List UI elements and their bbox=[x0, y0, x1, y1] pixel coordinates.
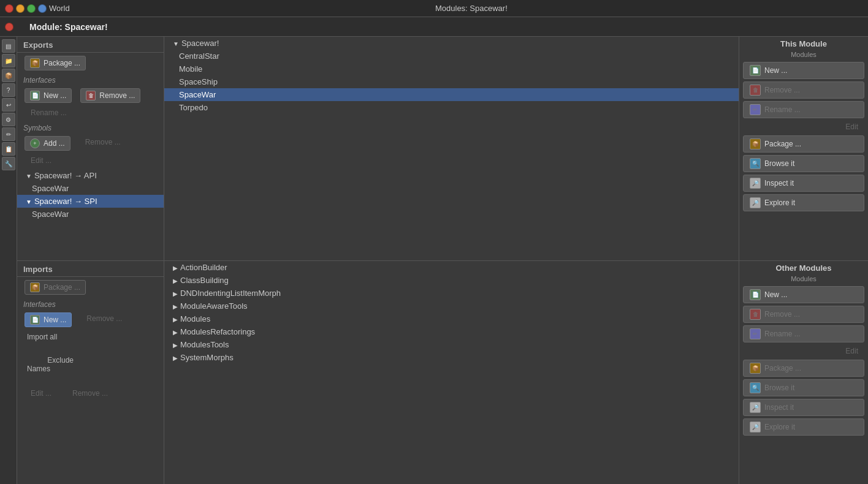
this-rename-icon: ✏ bbox=[750, 104, 761, 115]
tree-systemmorphs[interactable]: ▶SystemMorphs bbox=[164, 351, 739, 364]
tree-item-spacewar-api[interactable]: SpaceWar bbox=[17, 182, 164, 195]
edit-symbols-btn[interactable]: Edit ... bbox=[25, 154, 58, 167]
other-modules-tree: ▶ActionBuilder ▶ClassBuilding ▶DNDIndent… bbox=[164, 261, 739, 485]
new-exports-btn[interactable]: 📄 New ... bbox=[25, 88, 72, 103]
this-inspect-btn[interactable]: 🔎 Inspect it bbox=[743, 175, 864, 192]
content-area: Exports 📦 Package ... Interfaces 📄 New .… bbox=[17, 37, 868, 484]
other-module-modules-label: Modules bbox=[739, 275, 868, 285]
this-browse-btn[interactable]: 🔍 Browse it bbox=[743, 155, 864, 172]
min-btn[interactable] bbox=[16, 4, 25, 13]
other-rename-icon: ✏ bbox=[750, 328, 761, 339]
middle-panel: ▼Spacewar! CentralStar Mobile SpaceShip … bbox=[164, 37, 739, 484]
sidebar-icon-5[interactable]: ↩ bbox=[2, 98, 15, 112]
new-file-icon: 📄 bbox=[30, 91, 40, 100]
this-new-btn[interactable]: 📄 New ... bbox=[743, 62, 864, 79]
other-edit-btn[interactable]: Edit bbox=[743, 345, 864, 357]
add-icon: + bbox=[30, 138, 40, 148]
sidebar-icon-4[interactable]: ? bbox=[2, 83, 15, 97]
tree-mobile[interactable]: Mobile bbox=[164, 62, 739, 75]
sidebar-icon-2[interactable]: 📁 bbox=[2, 54, 15, 67]
sidebar-icon-3[interactable]: 📦 bbox=[2, 69, 15, 82]
sidebar-icon-1[interactable]: ▤ bbox=[2, 39, 15, 53]
extra-btn[interactable] bbox=[38, 4, 47, 13]
max-btn[interactable] bbox=[27, 4, 36, 13]
remove-symbols-btn[interactable]: Remove ... bbox=[79, 136, 127, 151]
this-rename-btn[interactable]: ✏ Rename ... bbox=[743, 101, 864, 118]
world-label: World bbox=[49, 4, 70, 13]
tree-spacewar[interactable]: SpaceWar bbox=[164, 88, 739, 101]
new-imports-btn[interactable]: 📄 New ... bbox=[25, 312, 72, 327]
left-panel: Exports 📦 Package ... Interfaces 📄 New .… bbox=[17, 37, 164, 484]
this-browse-icon: 🔍 bbox=[750, 158, 761, 169]
other-package-btn[interactable]: 📦 Package ... bbox=[743, 360, 864, 377]
exports-tree: ▼Spacewar! → API SpaceWar ▼Spacewar! → S… bbox=[17, 169, 164, 260]
edit-imports-btn[interactable]: Edit ... bbox=[25, 387, 58, 399]
sidebar-icon-6[interactable]: ⚙ bbox=[2, 113, 15, 126]
other-module-title: Other Modules bbox=[739, 261, 868, 275]
this-module-title: This Module bbox=[739, 37, 868, 51]
world-section: World bbox=[5, 4, 70, 13]
this-explore-btn[interactable]: 🔎 Explore it bbox=[743, 194, 864, 211]
spacewar-root[interactable]: ▼Spacewar! bbox=[164, 37, 739, 50]
import-all-btn[interactable]: Import all bbox=[21, 331, 160, 343]
interfaces-label: Interfaces bbox=[17, 74, 164, 86]
other-remove-btn[interactable]: 🗑 Remove ... bbox=[743, 306, 864, 323]
tree-torpedo[interactable]: Torpedo bbox=[164, 101, 739, 114]
other-new-btn[interactable]: 📄 New ... bbox=[743, 286, 864, 303]
this-module-modules-label: Modules bbox=[739, 51, 868, 61]
this-edit-btn[interactable]: Edit bbox=[743, 121, 864, 133]
tree-item-spacewar-spi[interactable]: SpaceWar bbox=[17, 208, 164, 221]
tree-dndindenting[interactable]: ▶DNDIndentingListItemMorph bbox=[164, 287, 739, 300]
spacewar-tree: ▼Spacewar! CentralStar Mobile SpaceShip … bbox=[164, 37, 739, 260]
imports-header: Imports bbox=[17, 261, 164, 277]
title-bar: World Modules: Spacewar! bbox=[0, 0, 868, 17]
new-import-icon: 📄 bbox=[30, 315, 40, 325]
other-inspect-icon: 🔎 bbox=[750, 402, 761, 413]
sidebar-icon-9[interactable]: 🔧 bbox=[2, 157, 15, 170]
package-icon: 📦 bbox=[30, 58, 40, 68]
remove-imports-btn2[interactable]: Remove ... bbox=[66, 387, 114, 399]
this-new-icon: 📄 bbox=[750, 65, 761, 76]
this-package-btn[interactable]: 📦 Package ... bbox=[743, 135, 864, 153]
tree-actionbuilder[interactable]: ▶ActionBuilder bbox=[164, 261, 739, 274]
other-remove-icon: 🗑 bbox=[750, 309, 761, 320]
tree-classbuilding[interactable]: ▶ClassBuilding bbox=[164, 274, 739, 287]
remove-exports-btn[interactable]: 🗑 Remove ... bbox=[80, 88, 140, 103]
other-explore-btn[interactable]: 🔎 Explore it bbox=[743, 418, 864, 436]
tree-centralstar[interactable]: CentralStar bbox=[164, 50, 739, 62]
tree-moduleawaretools[interactable]: ▶ModuleAwareTools bbox=[164, 300, 739, 312]
rename-exports-btn[interactable]: Rename ... bbox=[25, 107, 73, 119]
pkg-import-icon: 📦 bbox=[30, 282, 40, 292]
other-inspect-btn[interactable]: 🔎 Inspect it bbox=[743, 399, 864, 416]
tree-spaceship[interactable]: SpaceShip bbox=[164, 75, 739, 88]
right-panel: This Module Modules 📄 New ... 🗑 Remove .… bbox=[739, 37, 868, 484]
other-new-icon: 📄 bbox=[750, 289, 761, 300]
remove-imports-btn[interactable]: Remove ... bbox=[80, 312, 128, 327]
module-close-btn[interactable] bbox=[5, 23, 13, 31]
other-rename-btn[interactable]: ✏ Rename ... bbox=[743, 325, 864, 342]
this-remove-btn[interactable]: 🗑 Remove ... bbox=[743, 81, 864, 99]
add-symbols-btn[interactable]: + Add ... bbox=[25, 136, 70, 151]
exports-header: Exports bbox=[17, 37, 164, 53]
sidebar-icon-7[interactable]: ✏ bbox=[2, 127, 15, 141]
package-imports-btn[interactable]: 📦 Package ... bbox=[25, 280, 86, 295]
close-btn[interactable] bbox=[5, 4, 13, 13]
interfaces-import-label: Interfaces bbox=[17, 298, 164, 310]
sidebar-icon-8[interactable]: 📋 bbox=[2, 142, 15, 156]
module-bar-title: Module: Spacewar! bbox=[29, 22, 108, 32]
other-explore-icon: 🔎 bbox=[750, 422, 761, 433]
tree-modules[interactable]: ▶Modules bbox=[164, 312, 739, 325]
modules-title: Modules: Spacewar! bbox=[80, 4, 863, 13]
tree-modulestools[interactable]: ▶ModulesTools bbox=[164, 338, 739, 351]
this-explore-icon: 🔎 bbox=[750, 197, 761, 208]
this-package-icon: 📦 bbox=[750, 138, 761, 149]
exclude-names-btn[interactable]: Exclude Names bbox=[21, 346, 160, 384]
other-browse-btn[interactable]: 🔍 Browse it bbox=[743, 379, 864, 396]
tree-item-spi[interactable]: ▼Spacewar! → SPI bbox=[17, 195, 164, 208]
tree-modulesrefactorings[interactable]: ▶ModulesRefactorings bbox=[164, 325, 739, 338]
tree-item-api[interactable]: ▼Spacewar! → API bbox=[17, 169, 164, 182]
module-bar: Module: Spacewar! bbox=[0, 17, 868, 37]
main-layout: ▤ 📁 📦 ? ↩ ⚙ ✏ 📋 🔧 Exports 📦 Package ... … bbox=[0, 37, 868, 484]
remove-icon: 🗑 bbox=[86, 91, 96, 100]
package-exports-btn[interactable]: 📦 Package ... bbox=[25, 56, 86, 70]
